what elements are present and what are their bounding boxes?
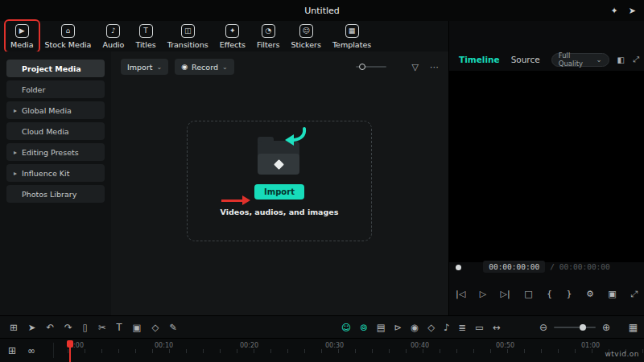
mask-icon[interactable]: ◇	[427, 322, 435, 333]
export-icon[interactable]: ➤	[629, 6, 636, 16]
fullscreen-icon[interactable]: ⤢	[630, 289, 638, 299]
import-dropdown-label: Import	[127, 63, 153, 72]
keyframe-icon[interactable]: ◇	[151, 322, 159, 333]
tab-filters[interactable]: ◔ Filters	[251, 24, 285, 49]
tab-label: Stickers	[291, 40, 320, 49]
timecode-current: 00:00:00:00	[483, 261, 545, 273]
sidebar-item-project-media[interactable]: Project Media	[6, 60, 105, 77]
thumbnail-size-slider[interactable]	[356, 66, 386, 68]
mark-in-button[interactable]: {	[547, 289, 552, 299]
slider-knob[interactable]	[359, 64, 365, 70]
ai-portrait-icon[interactable]: ☺	[341, 322, 351, 333]
tab-templates[interactable]: ▦ Templates	[327, 24, 377, 49]
redo-icon[interactable]: ↷	[64, 322, 72, 333]
zoom-out-icon[interactable]: ⊖	[539, 322, 547, 333]
filmora-app: Untitled ✦ ➤ ▶ Media ⌂ Stock Media ♪ Aud…	[0, 0, 644, 362]
sidebar-item-label: Cloud Media	[22, 127, 69, 136]
toolbar-left-group: ⊞ ➤ ↶ ↷ ▯ ✂ T ▣ ◇ ✎	[10, 316, 177, 339]
prev-frame-button[interactable]: |◁	[456, 289, 465, 299]
settings-icon[interactable]: ⚙	[586, 289, 594, 299]
track-manager-icon[interactable]: ▦	[629, 322, 638, 333]
filmora-diamond-logo	[274, 159, 284, 170]
dropzone-hint: Videos, audios, and images	[221, 208, 339, 216]
tab-label: Titles	[135, 40, 155, 49]
undo-icon[interactable]: ↶	[46, 322, 54, 333]
sidebar-item-cloud-media[interactable]: Cloud Media	[6, 122, 105, 140]
tab-stock-media[interactable]: ⌂ Stock Media	[39, 24, 97, 49]
tab-audio[interactable]: ♪ Audio	[97, 24, 130, 49]
zoom-in-icon[interactable]: ⊕	[602, 322, 610, 333]
expand-panel-icon[interactable]: ⤢	[633, 55, 639, 64]
timeline-ruler[interactable]: 0:00 00:10 00:20 00:30 00:40 00:50 01:00	[60, 339, 644, 362]
green-screen-icon[interactable]: ▤	[377, 322, 386, 333]
split-icon[interactable]: ✂	[98, 322, 106, 333]
record-icon: ◉	[181, 63, 188, 71]
quality-dropdown[interactable]: Full Quality ⌄	[551, 53, 609, 67]
filter-icon[interactable]: ▽	[412, 62, 419, 72]
chevron-down-icon: ⌄	[596, 56, 601, 64]
divider	[53, 343, 54, 358]
timecode-separator: /	[550, 262, 555, 271]
play-button[interactable]: ▷	[480, 289, 486, 299]
zoom-controls: ⊖ ⊕	[539, 316, 610, 339]
import-dropzone[interactable]: Import Videos, audios, and images	[187, 121, 372, 241]
time-marker: 00:20	[240, 342, 258, 349]
time-marker: 00:10	[155, 342, 173, 349]
sidebar-item-editing-presets[interactable]: ▸ Editing Presets	[6, 143, 105, 161]
mark-out-button[interactable]: }	[566, 289, 572, 299]
tab-transitions[interactable]: ◫ Transitions	[162, 24, 214, 49]
render-preview-icon[interactable]: ⊳	[394, 322, 402, 333]
preview-panel: Timeline Source Full Quality ⌄ ◧ ⤢ 00:00…	[448, 21, 644, 315]
tab-timeline[interactable]: Timeline	[459, 55, 500, 64]
import-dropdown[interactable]: Import ⌄	[121, 59, 168, 75]
record-dropdown[interactable]: ◉ Record ⌄	[175, 59, 233, 75]
tab-label: Effects	[220, 40, 246, 49]
auto-ripple-icon[interactable]: ↔	[493, 322, 501, 333]
titlebar: Untitled ✦ ➤	[0, 0, 644, 21]
snapshot-icon[interactable]: ▣	[608, 289, 616, 299]
playhead-line	[69, 347, 71, 362]
layout-grid-icon[interactable]: ◧	[617, 56, 625, 64]
crop-icon[interactable]: ▣	[133, 322, 142, 333]
stickers-icon: ☺	[299, 24, 313, 38]
aspect-ratio-icon[interactable]: ▭	[475, 322, 484, 333]
select-cursor-icon[interactable]: ➤	[28, 322, 36, 333]
zoom-slider[interactable]	[554, 327, 596, 328]
import-button[interactable]: Import	[254, 184, 304, 200]
tab-label: Filters	[257, 40, 279, 49]
chevron-down-icon: ⌄	[222, 64, 228, 71]
audio-mixer-icon[interactable]: ≣	[458, 322, 466, 333]
tab-titles[interactable]: T Titles	[130, 24, 161, 49]
zoom-knob[interactable]	[580, 324, 586, 331]
stop-button[interactable]: □	[524, 289, 532, 299]
tab-stickers[interactable]: ☺ Stickers	[285, 24, 326, 49]
sidebar-item-photos-library[interactable]: Photos Library	[6, 185, 105, 203]
delete-icon[interactable]: ▯	[83, 322, 88, 333]
sidebar-item-label: Photos Library	[22, 190, 76, 199]
toolbar-right-group: ☺ ⊚ ▤ ⊳ ◉ ◇ ♪ ≣ ▭ ↔	[341, 316, 501, 339]
sidebar-item-global-media[interactable]: ▸ Global Media	[6, 101, 105, 119]
tab-effects[interactable]: ✦ Effects	[214, 24, 251, 49]
timecode: 00:00:00:00 / 00:00:00:00	[449, 261, 644, 273]
sidebar-item-folder[interactable]: Folder	[6, 80, 105, 98]
track-options-icon[interactable]: ⊞	[8, 345, 16, 356]
next-frame-button[interactable]: ▷|	[501, 289, 510, 299]
voiceover-icon[interactable]: ♪	[444, 322, 449, 333]
timecode-total: 00:00:00:00	[559, 262, 610, 271]
more-options-icon[interactable]: ⋯	[430, 62, 439, 72]
text-tool-icon[interactable]: T	[117, 322, 122, 333]
ai-tools-icon[interactable]: ✎	[169, 322, 177, 333]
record-voice-icon[interactable]: ◉	[411, 322, 419, 333]
sidebar-item-influence-kit[interactable]: ▸ Influence Kit	[6, 164, 105, 182]
time-marker: 00:40	[411, 342, 429, 349]
download-arrow-icon	[283, 126, 308, 147]
tab-media[interactable]: ▶ Media	[5, 24, 39, 49]
gift-icon[interactable]: ✦	[611, 6, 618, 16]
link-icon[interactable]: ∞	[27, 345, 35, 356]
import-folder-illustration	[256, 133, 303, 175]
timeline-ruler-row: ⊞ ∞ 0:00 00:10 00:20 00:30 00:40 00:50 0…	[0, 338, 644, 362]
tab-source[interactable]: Source	[511, 55, 540, 64]
motion-track-icon[interactable]: ⊚	[360, 322, 368, 333]
annotation-arrow	[221, 195, 250, 205]
media-manager-icon[interactable]: ⊞	[10, 322, 18, 333]
